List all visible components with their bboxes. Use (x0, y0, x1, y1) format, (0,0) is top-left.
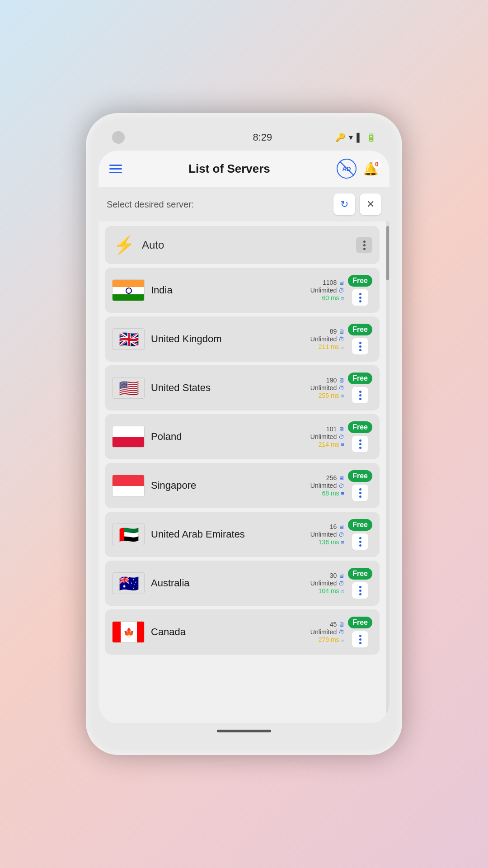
status-icons: 🔑 ▾ ▌ 🔋 (335, 132, 376, 142)
monitor-icon-poland: 🖥 (338, 426, 344, 433)
clock-icon-poland: ⏱ (338, 434, 344, 440)
stats-uae: 16 🖥 Unlimited ⏱ 136 ms ≡ (310, 523, 344, 546)
server-right-uk: 89 🖥 Unlimited ⏱ 211 ms ≡ (310, 324, 372, 354)
server-icon-uae: ≡ (341, 539, 345, 546)
server-item-us[interactable]: 🇺🇸 United States 190 🖥 Unlimited (105, 365, 380, 410)
app-header: List of Servers AD 🔔 0 (99, 151, 389, 187)
stats-poland: 101 🖥 Unlimited ⏱ 214 ms ≡ (310, 425, 344, 448)
hamburger-line-1 (109, 165, 122, 166)
server-name-uk: United Kingdom (151, 333, 222, 345)
flag-uk: 🇬🇧 (112, 328, 145, 350)
server-right-us: 190 🖥 Unlimited ⏱ 255 ms ≡ (310, 373, 372, 403)
flag-poland (112, 426, 145, 448)
flag-india (112, 279, 145, 301)
clock-icon-au: ⏱ (338, 580, 344, 587)
close-button[interactable]: ✕ (360, 193, 381, 215)
page-title: List of Servers (188, 162, 270, 176)
hamburger-line-3 (109, 172, 122, 173)
more-button-uk[interactable] (352, 338, 368, 354)
server-item-uae[interactable]: 🇦🇪 United Arab Emirates 16 🖥 Unlimited (105, 512, 380, 557)
stats-us: 190 🖥 Unlimited ⏱ 255 ms ≡ (310, 377, 344, 399)
dot-2 (363, 244, 366, 246)
server-right-uae: 16 🖥 Unlimited ⏱ 136 ms ≡ (310, 519, 372, 550)
clock-icon-uae: ⏱ (338, 531, 344, 538)
monitor-icon-uae: 🖥 (338, 524, 344, 530)
hamburger-line-2 (109, 168, 122, 170)
more-button-us[interactable] (352, 387, 368, 403)
filter-bar: Select desired server: ↻ ✕ (99, 187, 389, 222)
free-badge-ca: Free (348, 617, 372, 628)
ad-block-button[interactable]: AD (337, 159, 357, 179)
more-button-uae[interactable] (352, 533, 368, 550)
ad-block-slash (340, 161, 355, 176)
auto-server-item[interactable]: ⚡ Auto (105, 226, 380, 264)
server-item-australia[interactable]: 🇦🇺 Australia 30 🖥 Unlimited ⏱ (105, 561, 380, 606)
clock-icon-us: ⏱ (338, 385, 344, 392)
free-badge-poland: Free (348, 421, 372, 433)
server-name-canada: Canada (151, 626, 186, 638)
server-name-uae: United Arab Emirates (151, 528, 245, 540)
monitor-icon-au: 🖥 (338, 572, 344, 579)
server-name-poland: Poland (151, 431, 182, 443)
server-right-australia: 30 🖥 Unlimited ⏱ 104 ms ≡ (310, 568, 372, 599)
server-right-india: 1108 🖥 Unlimited ⏱ 60 ms ≡ (310, 275, 372, 306)
server-item-poland[interactable]: Poland 101 🖥 Unlimited ⏱ (105, 414, 380, 459)
monitor-icon: 🖥 (338, 279, 344, 286)
camera (112, 131, 125, 144)
server-right-singapore: 256 🖥 Unlimited ⏱ 68 ms ≡ (310, 470, 372, 501)
stats-canada: 45 🖥 Unlimited ⏱ 279 ms ≡ (310, 621, 344, 643)
server-item-uk[interactable]: 🇬🇧 United Kingdom 89 🖥 Unlimited (105, 316, 380, 362)
wifi-icon: ▾ (349, 132, 353, 142)
vpn-key-icon: 🔑 (335, 132, 345, 142)
dot-3 (363, 248, 366, 250)
more-button-poland[interactable] (352, 436, 368, 452)
free-badge-us: Free (348, 373, 372, 384)
server-name-india: India (151, 284, 173, 296)
server-icon: ≡ (341, 295, 345, 302)
server-icon-poland: ≡ (341, 441, 345, 448)
auto-icon: ⚡ (112, 233, 136, 257)
refresh-button[interactable]: ↻ (333, 193, 355, 215)
monitor-icon-us: 🖥 (338, 377, 344, 384)
menu-button[interactable] (109, 165, 122, 173)
filter-actions: ↻ ✕ (333, 193, 381, 215)
server-icon-ca: ≡ (341, 637, 345, 643)
header-actions: AD 🔔 0 (337, 159, 379, 179)
close-icon: ✕ (366, 198, 375, 210)
flag-uae: 🇦🇪 (112, 524, 145, 545)
filter-label: Select desired server: (107, 199, 194, 210)
free-badge-sg: Free (348, 470, 372, 482)
server-item-canada[interactable]: 🍁 Canada 45 🖥 Unlimit (105, 609, 380, 655)
stats-india: 1108 🖥 Unlimited ⏱ 60 ms ≡ (310, 279, 344, 302)
scroll-thumb (386, 226, 389, 280)
server-icon-uk: ≡ (341, 344, 345, 350)
server-list: ⚡ Auto (99, 222, 386, 723)
more-button-india[interactable] (352, 289, 368, 306)
monitor-icon-uk: 🖥 (338, 328, 344, 335)
server-list-wrapper: ⚡ Auto (99, 222, 389, 723)
server-item-india[interactable]: India 1108 🖥 Unlimited ⏱ (105, 268, 380, 313)
server-icon-sg: ≡ (341, 490, 345, 497)
scroll-indicator (386, 222, 389, 723)
server-item-singapore[interactable]: Singapore 256 🖥 Unlimited ⏱ (105, 463, 380, 508)
stats-australia: 30 🖥 Unlimited ⏱ 104 ms ≡ (310, 572, 344, 594)
more-button-ca[interactable] (352, 631, 368, 647)
auto-more-button[interactable] (356, 237, 372, 253)
more-button-au[interactable] (352, 582, 368, 599)
clock-icon-uk: ⏱ (338, 336, 344, 343)
server-right-canada: 45 🖥 Unlimited ⏱ 279 ms ≡ (310, 617, 372, 647)
monitor-icon-ca: 🖥 (338, 621, 344, 628)
more-button-sg[interactable] (352, 485, 368, 501)
refresh-icon: ↻ (340, 198, 348, 210)
flag-canada: 🍁 (112, 621, 145, 643)
home-button[interactable] (217, 730, 271, 732)
server-name-us: United States (151, 382, 211, 394)
server-icon-us: ≡ (341, 392, 345, 399)
server-name-australia: Australia (151, 577, 190, 589)
notification-button[interactable]: 🔔 0 (363, 161, 379, 176)
notification-badge: 0 (372, 160, 381, 169)
free-badge-uk: Free (348, 324, 372, 335)
status-bar: 8:29 🔑 ▾ ▌ 🔋 (99, 127, 389, 151)
server-icon-au: ≡ (341, 588, 345, 594)
clock-icon-ca: ⏱ (338, 629, 344, 636)
